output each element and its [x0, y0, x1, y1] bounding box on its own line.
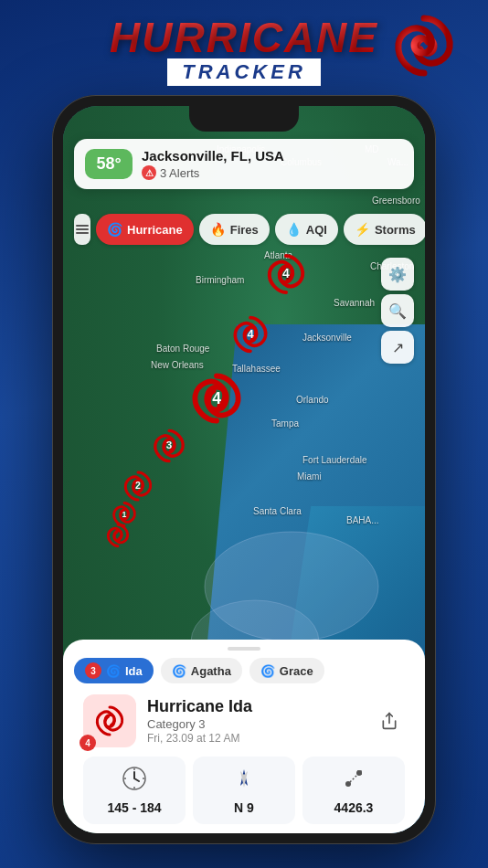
grace-label: Grace — [280, 664, 313, 678]
temperature-badge: 58° — [85, 149, 133, 179]
filter-tab-aqi-label: AQI — [306, 223, 327, 237]
filter-tab-hurricane[interactable]: 🌀 Hurricane — [96, 214, 194, 245]
phone-frame: Indianapolis Columbus MD Wa... Greensbor… — [52, 95, 436, 844]
location-bar[interactable]: 58° Jacksonville, FL, USA ⚠ 3 Alerts — [74, 139, 414, 189]
stat-wind: 145 - 184 — [83, 757, 186, 824]
phone-screen: Indianapolis Columbus MD Wa... Greensbor… — [63, 106, 425, 833]
filter-tab-storms[interactable]: ⚡ Storms — [344, 214, 425, 245]
city-jacksonville: Jacksonville — [302, 333, 352, 343]
alerts-row[interactable]: ⚠ 3 Alerts — [142, 165, 403, 180]
hurricane-card-info: Hurricane Ida Category 3 Fri, 23.09 at 1… — [147, 697, 363, 745]
grace-icon: 🌀 — [260, 664, 275, 678]
filter-tab-fires-label: Fires — [230, 223, 259, 237]
tab-grace[interactable]: 🌀 Grace — [249, 658, 324, 683]
stats-row: 145 - 184 N 9 — [74, 757, 414, 833]
bottom-panel: 3 🌀 Ida 🌀 Agatha 🌀 Grace — [63, 640, 425, 833]
hurricane-card-icon: 4 — [83, 694, 136, 747]
hurricane-marker-1[interactable]: 4 — [264, 252, 308, 300]
app-title-group: HURRICANE TRACKER — [110, 16, 378, 86]
settings-button[interactable]: ⚙️ — [381, 258, 414, 291]
search-button[interactable]: 🔍 — [381, 294, 414, 327]
storms-filter-icon: ⚡ — [355, 222, 370, 237]
filter-tab-hurricane-label: Hurricane — [127, 223, 183, 237]
city-miami: Miami — [297, 471, 322, 482]
svg-text:2: 2 — [135, 480, 141, 491]
location-info: Jacksonville, FL, USA ⚠ 3 Alerts — [142, 148, 403, 180]
svg-text:3: 3 — [166, 439, 173, 450]
hurricane-category: Category 3 — [147, 717, 363, 731]
wind-icon — [122, 766, 147, 797]
svg-rect-9 — [76, 225, 89, 227]
hurricane-tabs: 3 🌀 Ida 🌀 Agatha 🌀 Grace — [74, 658, 414, 683]
hurricane-marker-cat2[interactable]: 2 — [122, 470, 154, 506]
svg-rect-11 — [76, 232, 89, 234]
distance-value: 4426.3 — [334, 800, 374, 815]
app-title-tracker: TRACKER — [167, 58, 321, 86]
city-tampa: Tampa — [271, 418, 299, 429]
direction-value: N 9 — [234, 800, 254, 815]
fires-filter-icon: 🔥 — [210, 222, 226, 237]
agatha-icon: 🌀 — [172, 664, 186, 678]
svg-line-18 — [350, 775, 357, 782]
hurricane-name: Hurricane Ida — [147, 697, 363, 716]
tab-ida[interactable]: 3 🌀 Ida — [74, 658, 154, 683]
aqi-filter-icon: 💧 — [286, 222, 302, 237]
city-birmingham: Birmingham — [196, 275, 244, 285]
stat-distance: 4426.3 — [302, 757, 405, 824]
hurricane-logo-icon — [387, 9, 461, 82]
hurricane-date: Fri, 23.09 at 12 AM — [147, 732, 363, 745]
share-button[interactable] — [374, 705, 405, 736]
ida-icon: 🌀 — [106, 664, 121, 678]
alerts-text: 3 Alerts — [160, 166, 199, 180]
agatha-label: Agatha — [191, 664, 231, 678]
filter-tab-fires[interactable]: 🔥 Fires — [199, 214, 270, 245]
city-baton-rouge: Baton Rouge — [156, 344, 209, 354]
city-santa-clara: Santa Clara — [253, 506, 302, 516]
tab-agatha[interactable]: 🌀 Agatha — [161, 658, 242, 683]
wind-value: 145 - 184 — [107, 800, 161, 815]
svg-text:4: 4 — [282, 266, 290, 281]
ida-label: Ida — [125, 664, 143, 678]
filter-tab-aqi[interactable]: 💧 AQI — [275, 214, 338, 245]
filter-tabs: 🌀 Hurricane 🔥 Fires 💧 AQI ⚡ Storms — [74, 214, 414, 245]
distance-icon — [341, 766, 366, 797]
hurricane-marker-main[interactable]: 4 — [191, 373, 242, 428]
city-new-orleans: New Orleans — [151, 360, 204, 370]
app-header: HURRICANE TRACKER — [0, 0, 488, 95]
location-name: Jacksonville, FL, USA — [142, 148, 403, 164]
ida-category-badge: 3 — [85, 662, 101, 679]
hurricane-marker-cat3[interactable]: 3 — [151, 428, 187, 468]
location-button[interactable]: ↗ — [381, 331, 414, 364]
svg-rect-10 — [76, 228, 89, 230]
drag-handle[interactable] — [228, 647, 260, 651]
svg-text:4: 4 — [212, 389, 221, 408]
svg-text:4: 4 — [247, 327, 254, 341]
layer-button[interactable] — [74, 214, 90, 245]
direction-icon — [231, 766, 257, 797]
city-orlando: Orlando — [296, 395, 329, 405]
hurricane-card-detail: 4 Hurricane Ida Category 3 Fri, 23.09 at… — [74, 683, 414, 757]
city-greensboro: Greensboro — [372, 196, 420, 206]
hurricane-filter-icon: 🌀 — [107, 222, 122, 237]
city-baha: BAHA... — [346, 515, 379, 525]
svg-text:1: 1 — [122, 510, 127, 519]
category-number-badge: 4 — [80, 735, 96, 751]
stat-direction: N 9 — [193, 757, 295, 824]
hurricane-marker-2[interactable]: 4 — [230, 314, 271, 358]
city-fort-lauderdale: Fort Lauderdale — [302, 455, 367, 465]
phone-notch — [189, 106, 299, 132]
app-title-hurricane: HURRICANE — [110, 16, 378, 58]
map-controls: ⚙️ 🔍 ↗ — [381, 258, 414, 364]
filter-tab-storms-label: Storms — [375, 223, 416, 237]
city-savannah: Savannah — [334, 298, 375, 308]
alert-icon: ⚠ — [142, 165, 156, 180]
